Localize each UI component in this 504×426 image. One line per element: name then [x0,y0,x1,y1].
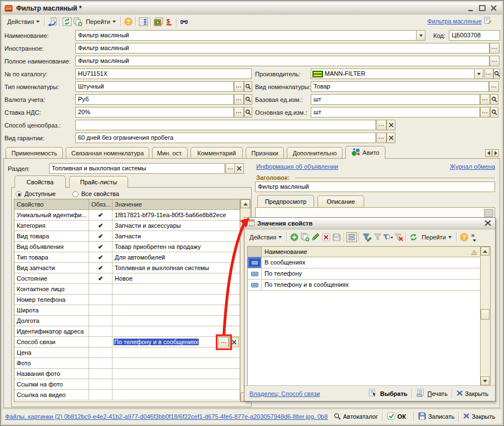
property-row[interactable]: Вид товара✔Запчасти [14,231,250,242]
ad-info-link[interactable]: Информация об объявлении [256,163,338,170]
foreign-select-button[interactable]: ... [490,43,500,53]
property-row[interactable]: Цена [14,347,250,358]
currency-select-button[interactable]: ... [234,94,244,105]
property-value-cell[interactable]: Топливная и выхлопная системы [112,263,240,273]
structure-icon[interactable] [138,17,149,27]
property-name-cell[interactable]: Цена [14,347,89,358]
tab-description[interactable]: Описание [317,195,364,207]
property-name-cell[interactable]: Долгота [14,316,89,326]
property-row[interactable]: Состояние✔Новое [14,273,250,284]
popup-close-button-2[interactable]: Закрыть [454,390,491,397]
value-row[interactable]: По телефону [248,268,490,280]
name-dropdown-button[interactable] [416,30,425,41]
full-name-select-button[interactable]: ... [490,56,500,66]
warranty-select-button[interactable]: ... [376,133,386,143]
property-required-cell[interactable]: ✔ [89,252,112,262]
maximize-button[interactable] [479,5,486,12]
files-link[interactable]: Файлы, картинки (2) 0b812bc9-e4e2-41b2-a… [5,413,328,420]
base-unit-open-button[interactable] [490,94,498,105]
property-required-cell[interactable] [89,326,112,336]
property-required-cell[interactable] [89,295,112,305]
property-required-cell[interactable]: ✔ [89,231,112,241]
nom-type-open-button[interactable] [244,81,252,92]
reread-icon[interactable] [47,17,57,27]
main-unit-open-button[interactable] [490,107,498,117]
property-value-cell[interactable] [112,369,240,379]
values-scroll-up[interactable] [481,247,490,256]
vat-select-button[interactable]: ... [234,107,244,117]
related-items-icon[interactable] [483,17,492,26]
property-required-cell[interactable] [89,379,112,389]
vat-open-button[interactable] [244,107,252,117]
related-items-link[interactable]: Фильтра масляные [427,18,482,25]
property-name-cell[interactable]: Категория [14,221,89,231]
property-row[interactable]: Тип товара✔Для автомобилей [14,252,250,263]
contact-method-select-button[interactable]: ... [218,337,229,347]
property-value-cell[interactable]: Для автомобилей [112,252,240,262]
property-name-cell[interactable]: Способ связи [14,337,89,347]
property-row[interactable]: Номер телефона [14,295,250,305]
tab-2[interactable]: Связанная номенклатура [66,147,149,158]
warranty-clear-button[interactable] [386,133,395,143]
value-row[interactable]: По телефону и в сообщениях [248,280,490,291]
property-value-cell[interactable] [112,390,240,400]
manufacturer-field[interactable]: MANN-FILTER [311,68,474,79]
print-button[interactable]: Печать [414,389,450,398]
pricing-clear-button[interactable] [386,120,395,130]
popup-goto-menu[interactable]: Перейти [419,233,454,242]
property-value-cell[interactable] [112,358,240,368]
edit-icon[interactable] [310,232,321,242]
property-name-cell[interactable]: Вид объявления [14,242,89,252]
name-field[interactable]: Фильтр масляный [75,30,417,41]
radio-all[interactable]: Все свойства [72,190,119,197]
radio-available[interactable]: Доступные [16,190,56,197]
help-icon[interactable]: ? [459,232,469,242]
property-row[interactable]: Долгота [14,316,250,326]
property-name-cell[interactable]: Уникальный идентифи... [14,210,89,220]
tab-5[interactable]: Признаки [246,147,284,158]
main-unit-field[interactable]: шт [311,107,480,117]
value-row[interactable]: В сообщениях [248,257,490,268]
manufacturer-open-button[interactable] [493,68,500,79]
find-icon[interactable] [179,17,189,27]
property-row[interactable]: Вид объявления✔Товар приобретен на прода… [14,242,250,252]
property-value-cell[interactable] [112,295,240,305]
tab-6[interactable]: Дополнительно [287,147,342,158]
close-window-button[interactable]: Закрыть [461,413,497,420]
property-name-cell[interactable]: Фото [14,358,89,368]
filter-disabled-icon[interactable] [372,232,383,242]
owner-link[interactable]: Владелец: Способ связи [249,390,320,397]
nom-kind-select-button[interactable]: ... [489,81,499,92]
property-required-cell[interactable]: ✔ [89,263,112,273]
filter-set-icon[interactable] [361,232,372,242]
property-name-cell[interactable]: Состояние [14,273,89,283]
property-value-cell[interactable] [112,347,240,358]
tab-preview[interactable]: Предпросмотр [257,195,314,207]
property-name-cell[interactable]: Ссылки на фото [14,379,89,389]
nom-type-field[interactable]: Штучный [75,81,234,92]
property-row[interactable]: Ссылка на видео [14,390,250,400]
property-required-cell[interactable]: ✔ [89,242,112,252]
warranty-field[interactable]: 60 дней без ограничения пробега [75,133,376,143]
dollar-icon[interactable]: $ [164,17,174,27]
popup-actions-menu[interactable]: Действия [247,233,285,242]
pricing-field[interactable] [75,120,376,130]
pricing-select-button[interactable]: ... [376,120,386,130]
values-scroll-thumb[interactable] [481,309,490,320]
refresh-window-icon[interactable] [62,17,72,27]
property-row[interactable]: Категория✔Запчасти и аксессуары [14,221,250,231]
property-required-cell[interactable] [89,305,112,315]
filter-dropdown-icon[interactable] [383,232,393,242]
property-name-cell[interactable]: Названия фото [14,369,89,379]
more-icon[interactable]: » [469,232,480,242]
select-button[interactable]: Выбрать [366,389,409,398]
help-icon[interactable]: ? [123,17,134,27]
tab-1[interactable]: Применяемость [6,147,63,158]
code-field[interactable]: ЦБ003708 [449,30,500,41]
actions-menu[interactable]: Действия [4,17,42,26]
property-row[interactable]: Фото [14,358,250,369]
property-row[interactable]: Широта [14,305,250,316]
property-name-cell[interactable]: Вид запчасти [14,263,89,273]
manufacturer-dropdown-button[interactable] [474,68,483,79]
images-icon[interactable] [153,17,164,27]
